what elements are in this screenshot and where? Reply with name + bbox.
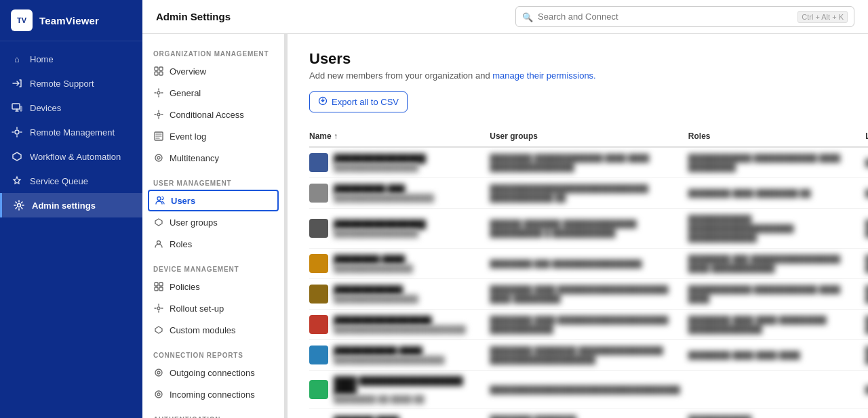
- subtitle-link[interactable]: manage their permissions.: [492, 70, 595, 81]
- panel-item-general-label: General: [170, 88, 201, 98]
- last-accessed: ███████████: [865, 189, 868, 197]
- content-body: ORGANIZATION MANAGEMENT Overview General…: [142, 34, 868, 418]
- avatar: [309, 346, 328, 364]
- last-accessed: ███████████: [865, 159, 868, 167]
- user-groups: ████████ █████████████ ████ ████ ███████…: [490, 154, 649, 171]
- users-icon: [155, 195, 165, 206]
- panel-item-rollout-setup[interactable]: Rollout set-up: [142, 297, 284, 319]
- panel-item-custom-modules[interactable]: Custom modules: [142, 319, 284, 341]
- panel-item-custom-modules-label: Custom modules: [170, 325, 236, 335]
- svg-rect-1: [20, 106, 22, 111]
- col-header-groups[interactable]: User groups: [490, 126, 688, 147]
- logo-icon: TV: [17, 16, 26, 24]
- svg-point-13: [157, 156, 160, 159]
- table-row: ████████████████ ████████████████ ██████…: [309, 147, 868, 178]
- user-name: ███████████ ████: [334, 346, 445, 356]
- user-groups: ████████████████████████████████████: [490, 385, 680, 394]
- panel-item-users[interactable]: Users: [148, 190, 279, 211]
- panel-item-event-log[interactable]: Event log: [142, 125, 284, 147]
- export-csv-button[interactable]: Export all to CSV: [309, 91, 408, 112]
- svg-marker-15: [155, 219, 162, 226]
- sidebar-item-devices[interactable]: Devices: [0, 96, 142, 120]
- avatar: [309, 380, 328, 399]
- sidebar-item-devices-label: Devices: [30, 103, 61, 113]
- last-accessed: ████████████ ███: [865, 255, 868, 272]
- user-groups: ████████ ████ █████████████████████ ████…: [490, 285, 668, 303]
- section-connection-reports: CONNECTION REPORTS: [142, 346, 284, 362]
- col-header-roles[interactable]: Roles: [688, 126, 865, 147]
- panel-item-conditional-access[interactable]: Conditional Access: [142, 104, 284, 125]
- svg-rect-20: [159, 287, 163, 291]
- section-authentication: AUTHENTICATION: [142, 411, 284, 418]
- custom-modules-icon: [153, 325, 164, 335]
- svg-point-10: [157, 113, 160, 116]
- conditional-access-icon: [153, 109, 164, 120]
- export-icon: [318, 96, 328, 108]
- rollout-icon: [153, 303, 164, 314]
- col-header-name[interactable]: Name ↑: [309, 126, 490, 147]
- panel-item-general[interactable]: General: [142, 82, 284, 104]
- users-page-title: Users: [309, 50, 846, 68]
- user-name: ████████ ████: [334, 255, 413, 264]
- svg-rect-8: [159, 72, 163, 75]
- last-accessed: █████████ ████: [865, 220, 868, 237]
- sidebar: TV TeamViewer ⌂ Home Remote Support Devi…: [0, 0, 142, 418]
- user-email: ███████████████: [334, 264, 413, 272]
- avatar: [309, 219, 328, 238]
- table-row: ████████ ████ ███████████████ ████████ █…: [309, 249, 868, 279]
- user-roles: ████████ ████ ████ ████: [688, 351, 800, 359]
- sidebar-item-service-queue[interactable]: Service Queue: [0, 169, 142, 193]
- panel-item-roles[interactable]: Roles: [142, 233, 284, 255]
- main-area: Admin Settings 🔍 Ctrl + Alt + K ORGANIZA…: [142, 0, 868, 418]
- svg-rect-18: [159, 283, 163, 286]
- service-queue-icon: [11, 175, 23, 187]
- sidebar-item-admin-settings[interactable]: Admin settings: [0, 193, 142, 217]
- panel-item-rollout-label: Rollout set-up: [170, 304, 224, 314]
- panel-item-policies[interactable]: Policies: [142, 276, 284, 297]
- avatar: [309, 184, 328, 203]
- user-roles: ████████████ ████████████████████ ██████…: [688, 215, 794, 242]
- table-row: █████████ ███ ███████████████████ ██████…: [309, 178, 868, 209]
- page-subtitle: Add new members from your organization a…: [309, 70, 846, 81]
- panel-item-outgoing[interactable]: Outgoing connections: [142, 362, 284, 383]
- sidebar-item-workflow[interactable]: Workflow & Automation: [0, 144, 142, 169]
- user-name: █████████ ███: [334, 184, 434, 194]
- panel-item-overview[interactable]: Overview: [142, 60, 284, 82]
- svg-point-9: [157, 91, 160, 94]
- col-header-accessed[interactable]: Last accessed: [865, 126, 868, 147]
- topbar: Admin Settings 🔍 Ctrl + Alt + K: [142, 0, 868, 34]
- panel-item-multitenancy[interactable]: Multitenancy: [142, 147, 284, 169]
- sidebar-item-remote-support-label: Remote Support: [30, 79, 94, 89]
- incoming-icon: [153, 389, 164, 400]
- user-groups: ████████ ████████ ████████████████ █████…: [490, 346, 663, 364]
- svg-point-26: [157, 393, 160, 396]
- user-cell: ████████████████ ████████████████: [309, 153, 481, 172]
- sidebar-item-remote-support[interactable]: Remote Support: [0, 71, 142, 96]
- outgoing-icon: [153, 367, 164, 378]
- user-cell: ███████████ ████ █████████████████████: [309, 346, 481, 364]
- user-cell: ████ ██████████████████ ████ ████████ ██…: [309, 376, 481, 403]
- user-email: █████████████████████: [334, 356, 445, 364]
- side-panel: ORGANIZATION MANAGEMENT Overview General…: [142, 34, 285, 418]
- user-email: ████████████████: [334, 229, 426, 237]
- devices-icon: [11, 102, 23, 114]
- multitenancy-icon: [153, 152, 164, 163]
- avatar: [309, 285, 328, 304]
- sidebar-item-service-queue-label: Service Queue: [30, 176, 88, 186]
- logo-area: TV TeamViewer: [0, 0, 142, 41]
- svg-point-24: [157, 371, 160, 374]
- section-org-management: ORGANIZATION MANAGEMENT: [142, 45, 284, 60]
- avatar: [309, 315, 328, 334]
- table-header-row: Name ↑ User groups Roles Last accessed: [309, 126, 868, 147]
- panel-item-incoming[interactable]: Incoming connections: [142, 383, 284, 405]
- last-accessed: █████████ ████: [865, 316, 868, 333]
- user-name: ████████████████: [334, 220, 426, 229]
- svg-point-4: [18, 204, 21, 207]
- user-cell: █████████████████ ██████████████████████…: [309, 315, 481, 334]
- panel-item-users-label: Users: [171, 196, 195, 206]
- panel-item-user-groups[interactable]: User groups: [142, 211, 284, 233]
- event-log-icon: [153, 131, 164, 142]
- user-groups: ██████ ███████ ██████████████ ██████████…: [490, 220, 637, 237]
- sidebar-item-remote-management[interactable]: Remote Management: [0, 120, 142, 144]
- sidebar-item-home[interactable]: ⌂ Home: [0, 47, 142, 71]
